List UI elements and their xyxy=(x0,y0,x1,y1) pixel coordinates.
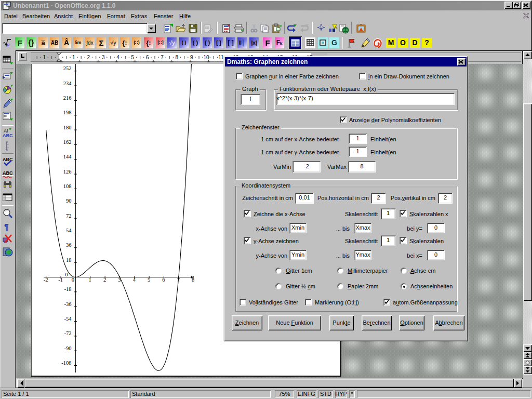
svg-text:180: 180 xyxy=(63,125,72,130)
svg-text:-1: -1 xyxy=(58,277,63,283)
svg-text:a: a xyxy=(7,41,10,47)
svg-text:-54: -54 xyxy=(64,316,72,322)
svg-text:-90: -90 xyxy=(64,345,72,351)
svg-text:2: 2 xyxy=(87,55,90,60)
svg-text:90: 90 xyxy=(66,198,72,204)
svg-text:216: 216 xyxy=(63,95,72,101)
svg-text:3: 3 xyxy=(118,277,121,283)
svg-text:8: 8 xyxy=(192,277,194,283)
svg-text:-2: -2 xyxy=(44,277,48,283)
svg-text:ABC: ABC xyxy=(3,133,13,138)
svg-text:¶: ¶ xyxy=(4,223,9,232)
svg-text:-18: -18 xyxy=(64,286,72,292)
svg-text:126: 126 xyxy=(63,169,72,175)
svg-text:1: 1 xyxy=(89,277,91,283)
svg-text:9: 9 xyxy=(190,55,193,60)
svg-text:36: 36 xyxy=(66,242,72,248)
svg-text:7: 7 xyxy=(161,55,164,60)
svg-text:162: 162 xyxy=(63,139,72,145)
svg-text:0: 0 xyxy=(65,272,68,277)
svg-text:1: 1 xyxy=(72,55,75,60)
svg-text:54: 54 xyxy=(66,228,72,233)
svg-text:1: 1 xyxy=(43,55,46,60)
svg-text:8: 8 xyxy=(176,55,179,60)
svg-text:198: 198 xyxy=(63,110,72,115)
svg-text:10: 10 xyxy=(204,55,210,60)
svg-text:2: 2 xyxy=(103,277,106,283)
svg-text:252: 252 xyxy=(63,65,72,71)
svg-text:4: 4 xyxy=(116,55,119,60)
svg-text:-72: -72 xyxy=(64,330,72,336)
svg-text:6: 6 xyxy=(146,55,149,60)
svg-text:144: 144 xyxy=(63,154,72,159)
svg-text:5: 5 xyxy=(131,55,135,60)
svg-text:0: 0 xyxy=(72,277,74,283)
svg-text:3: 3 xyxy=(102,55,105,60)
svg-text:72: 72 xyxy=(66,213,72,219)
svg-text:18: 18 xyxy=(66,257,72,263)
svg-text:6: 6 xyxy=(162,277,165,283)
svg-text:-108: -108 xyxy=(61,360,71,366)
svg-text:ABC: ABC xyxy=(3,170,13,176)
svg-text:234: 234 xyxy=(63,81,72,86)
svg-text:108: 108 xyxy=(63,183,72,189)
svg-text:-36: -36 xyxy=(64,301,72,307)
svg-text:5: 5 xyxy=(148,277,150,283)
svg-text:4: 4 xyxy=(133,277,136,283)
